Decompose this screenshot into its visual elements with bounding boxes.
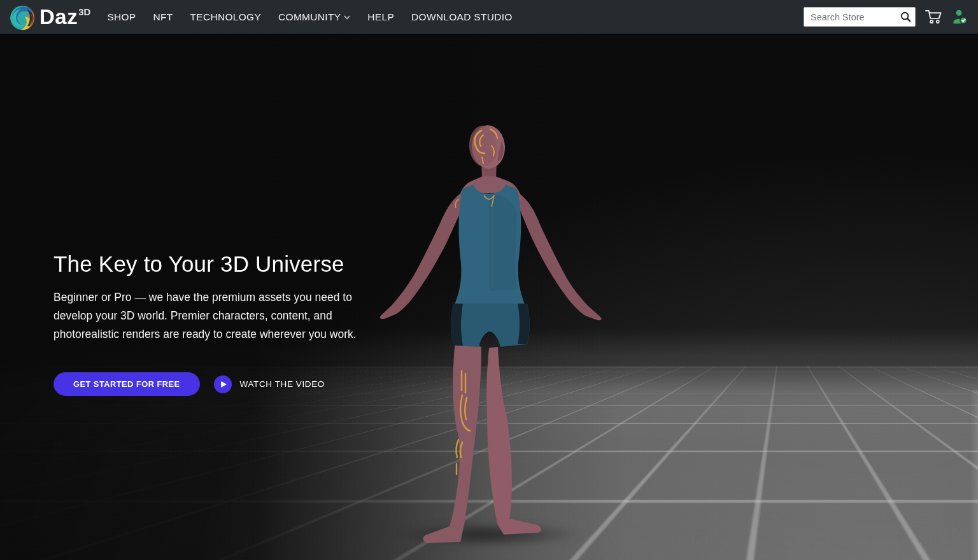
nav-item-community-label: COMMUNITY [278,11,341,23]
search-icon[interactable] [896,8,915,26]
nav-item-technology[interactable]: TECHNOLOGY [190,11,262,23]
nav-item-download-studio[interactable]: DOWNLOAD STUDIO [411,11,513,23]
hero-content: The Key to Your 3D Universe Beginner or … [53,251,410,396]
search-input[interactable] [804,12,896,22]
hero-subtitle-line: develop your 3D world. Premier character… [53,307,410,325]
get-started-button[interactable]: GET STARTED FOR FREE [53,372,200,396]
hero-subtitle-line: photorealistic renders are ready to crea… [53,325,410,344]
logo-text: Daz [39,3,78,32]
logo-sup: 3D [78,6,90,17]
nav-item-nft[interactable]: NFT [153,11,173,23]
daz3d-homepage: Daz 3D SHOP NFT TECHNOLOGY COMMUNITY HEL… [0,0,978,560]
primary-nav: SHOP NFT TECHNOLOGY COMMUNITY HELP DOWNL… [107,11,512,23]
watch-video-label: WATCH THE VIDEO [240,379,325,389]
daz3d-logo[interactable]: Daz 3D [9,3,90,32]
top-navigation: Daz 3D SHOP NFT TECHNOLOGY COMMUNITY HEL… [0,0,978,34]
chevron-down-icon [344,15,350,20]
hero-subtitle-line: Beginner or Pro — we have the premium as… [53,288,410,307]
hero-section: The Key to Your 3D Universe Beginner or … [0,34,978,560]
play-icon[interactable] [214,375,232,393]
hero-subtitle: Beginner or Pro — we have the premium as… [53,288,410,344]
cta-row: GET STARTED FOR FREE WATCH THE VIDEO [53,372,410,396]
wall-edge-highlight [970,390,978,560]
hero-title: The Key to Your 3D Universe [53,251,410,277]
account-check-icon[interactable] [952,9,968,25]
cart-icon[interactable] [925,9,943,25]
watch-video-link[interactable]: WATCH THE VIDEO [214,375,325,393]
nav-right-tools [804,7,968,27]
search-box [804,7,916,27]
nav-item-shop[interactable]: SHOP [107,11,136,23]
nav-item-community[interactable]: COMMUNITY [278,11,350,23]
daz3d-swirl-icon [9,4,36,31]
nav-item-help[interactable]: HELP [367,11,394,23]
